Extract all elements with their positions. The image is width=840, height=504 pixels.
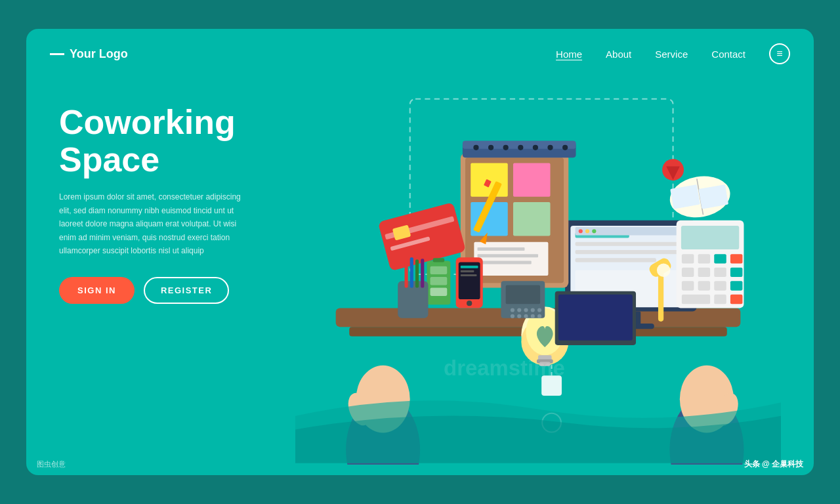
svg-point-107 — [531, 308, 535, 312]
svg-rect-83 — [714, 268, 726, 277]
menu-button[interactable]: ≡ — [769, 43, 790, 64]
svg-rect-65 — [461, 270, 474, 272]
svg-rect-87 — [714, 281, 726, 290]
svg-rect-79 — [714, 254, 726, 263]
svg-point-44 — [547, 145, 553, 150]
menu-icon: ≡ — [776, 49, 782, 59]
svg-rect-20 — [576, 250, 683, 254]
svg-rect-64 — [461, 266, 478, 268]
svg-point-110 — [517, 314, 521, 318]
svg-rect-36 — [478, 261, 532, 264]
svg-point-104 — [511, 308, 514, 312]
svg-rect-58 — [430, 266, 448, 274]
svg-rect-85 — [682, 281, 694, 290]
hero-section: Coworking Space Lorem ipsum dolor sit am… — [26, 64, 814, 465]
svg-point-45 — [562, 145, 568, 150]
svg-point-109 — [511, 314, 514, 318]
svg-point-24 — [579, 229, 583, 233]
svg-point-113 — [537, 314, 541, 318]
logo-dash — [50, 53, 64, 55]
svg-rect-77 — [682, 254, 694, 263]
hero-left: Coworking Space Lorem ipsum dolor sit am… — [59, 84, 295, 304]
svg-point-43 — [533, 145, 538, 150]
nav-home[interactable]: Home — [556, 49, 582, 60]
hero-buttons: SIGN IN REGISTER — [59, 277, 295, 304]
svg-point-25 — [585, 229, 589, 233]
nav-service[interactable]: Service — [655, 49, 688, 60]
logo: Your Logo — [50, 47, 128, 61]
svg-rect-66 — [461, 274, 477, 276]
svg-rect-72 — [410, 257, 413, 287]
svg-text:dreamstime: dreamstime — [444, 356, 565, 380]
svg-rect-76 — [681, 226, 739, 249]
illustration-svg: dreamstime — [295, 84, 781, 465]
svg-rect-19 — [576, 242, 683, 246]
svg-rect-78 — [698, 254, 711, 263]
svg-rect-84 — [730, 268, 743, 277]
svg-rect-57 — [433, 258, 444, 262]
svg-rect-91 — [730, 295, 743, 304]
navbar: Your Logo Home About Service Contact ≡ — [26, 29, 814, 64]
svg-rect-59 — [430, 277, 448, 285]
svg-rect-33 — [474, 242, 548, 276]
svg-rect-88 — [730, 281, 743, 290]
svg-rect-82 — [698, 268, 711, 277]
hero-description: Lorem ipsum dolor sit amet, consectetuer… — [59, 190, 243, 257]
svg-rect-90 — [714, 295, 726, 304]
bottom-bar: 图虫创意 头条 @ 企巢科技 — [26, 453, 814, 475]
svg-point-41 — [503, 145, 509, 150]
svg-rect-35 — [478, 254, 539, 257]
svg-point-105 — [517, 308, 521, 312]
svg-rect-80 — [730, 254, 743, 263]
logo-text: Your Logo — [70, 47, 128, 61]
svg-rect-74 — [421, 259, 424, 287]
svg-rect-32 — [513, 202, 551, 236]
nav-contact[interactable]: Contact — [711, 49, 746, 60]
register-button[interactable]: REGISTER — [144, 277, 229, 304]
svg-point-94 — [657, 264, 671, 278]
svg-rect-21 — [576, 258, 656, 262]
svg-rect-60 — [430, 288, 448, 296]
svg-point-39 — [473, 145, 478, 150]
hero-title: Coworking Space — [59, 104, 295, 178]
svg-point-108 — [537, 308, 541, 312]
svg-point-26 — [592, 229, 596, 233]
nav-about[interactable]: About — [606, 49, 631, 60]
svg-rect-115 — [558, 295, 633, 341]
hero-illustration: dreamstime — [295, 84, 781, 465]
svg-point-111 — [524, 314, 528, 318]
svg-rect-23 — [576, 227, 687, 235]
svg-rect-34 — [478, 247, 525, 251]
svg-rect-30 — [513, 163, 551, 196]
nav-links: Home About Service Contact ≡ — [556, 43, 790, 64]
page-card: Your Logo Home About Service Contact ≡ C… — [26, 29, 814, 475]
svg-rect-103 — [506, 285, 540, 304]
svg-rect-73 — [415, 259, 419, 287]
svg-point-106 — [524, 308, 528, 312]
svg-rect-29 — [471, 163, 508, 196]
svg-rect-89 — [682, 295, 710, 304]
svg-point-40 — [488, 145, 494, 150]
svg-point-42 — [518, 145, 523, 150]
svg-rect-81 — [682, 268, 694, 277]
svg-point-112 — [531, 314, 535, 318]
watermark-left: 图虫创意 — [37, 459, 66, 469]
svg-rect-71 — [405, 261, 408, 287]
svg-rect-86 — [698, 281, 711, 290]
watermark-right: 头条 @ 企巢科技 — [744, 459, 803, 470]
svg-point-63 — [467, 301, 472, 306]
signin-button[interactable]: SIGN IN — [59, 277, 135, 304]
